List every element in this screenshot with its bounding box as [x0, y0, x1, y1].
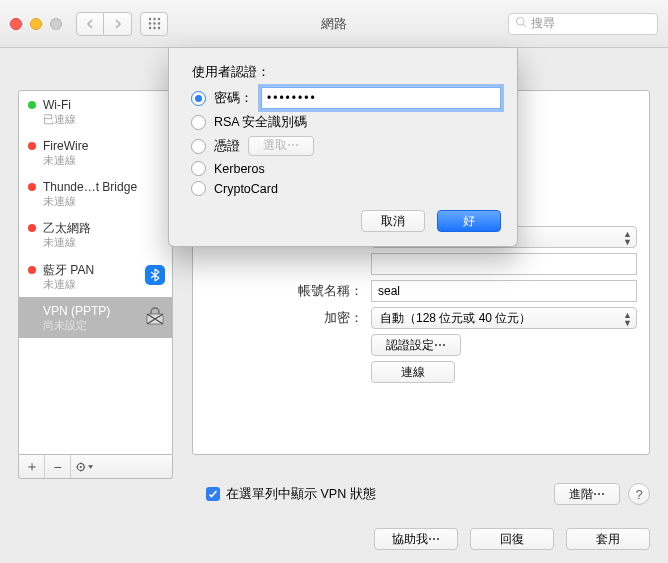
add-service-button[interactable]: ＋: [19, 455, 45, 478]
radio-rsa[interactable]: [191, 115, 206, 130]
auth-option-kerberos[interactable]: Kerberos: [187, 161, 501, 176]
auth-option-certificate[interactable]: 憑證 選取⋯: [187, 136, 501, 156]
revert-button[interactable]: 回復: [470, 528, 554, 550]
status-dot: [28, 224, 36, 232]
auth-option-rsa[interactable]: RSA 安全識別碼: [187, 114, 501, 131]
sheet-ok-button[interactable]: 好: [437, 210, 501, 232]
service-firewire[interactable]: FireWire未連線: [19, 132, 172, 173]
svg-point-2: [157, 18, 159, 20]
service-name: Wi-Fi: [43, 98, 164, 113]
svg-point-0: [148, 18, 150, 20]
account-label: 帳號名稱：: [193, 283, 363, 300]
advanced-button[interactable]: 進階⋯: [554, 483, 620, 505]
gear-popup-button[interactable]: [71, 455, 97, 478]
svg-point-4: [153, 22, 155, 24]
bluetooth-icon: [144, 264, 166, 286]
status-dot: [28, 266, 36, 274]
minimize-window-button[interactable]: [30, 18, 42, 30]
account-field[interactable]: seal: [371, 280, 637, 302]
nav-back-forward: [76, 12, 132, 36]
status-dot: [28, 183, 36, 191]
auth-option-cryptocard[interactable]: CryptoCard: [187, 181, 501, 196]
svg-point-9: [517, 18, 525, 26]
svg-point-13: [80, 465, 82, 467]
status-dot: [28, 101, 36, 109]
password-field[interactable]: ••••••••: [261, 87, 501, 109]
zoom-window-button[interactable]: [50, 18, 62, 30]
service-bluetooth-pan[interactable]: 藍牙 PAN未連線: [19, 256, 172, 297]
titlebar: 網路 搜尋: [0, 0, 668, 48]
show-all-button[interactable]: [140, 12, 168, 36]
service-name: 乙太網路: [43, 221, 164, 236]
service-thunderbolt[interactable]: Thunde…t Bridge未連線: [19, 173, 172, 214]
search-input[interactable]: 搜尋: [508, 13, 658, 35]
radio-certificate[interactable]: [191, 139, 206, 154]
auth-sheet: 使用者認證： 密碼： •••••••• RSA 安全識別碼 憑證 選取⋯ Ker…: [168, 48, 518, 247]
service-wifi[interactable]: Wi-Fi已連線: [19, 91, 172, 132]
service-status: 未連線: [43, 195, 164, 208]
encryption-label: 加密：: [193, 310, 363, 327]
radio-cryptocard[interactable]: [191, 181, 206, 196]
close-window-button[interactable]: [10, 18, 22, 30]
service-vpn-pptp[interactable]: VPN (PPTP)尚未設定: [19, 297, 172, 338]
sheet-cancel-button[interactable]: 取消: [361, 210, 425, 232]
service-status: 未連線: [43, 236, 164, 249]
sheet-header: 使用者認證：: [192, 64, 501, 81]
service-list: Wi-Fi已連線 FireWire未連線 Thunde…t Bridge未連線 …: [18, 90, 173, 455]
bottom-options: 在選單列中顯示 VPN 狀態 進階⋯ ?: [206, 483, 650, 505]
svg-line-10: [523, 24, 526, 27]
radio-password[interactable]: [191, 91, 206, 106]
connect-button[interactable]: 連線: [371, 361, 455, 383]
service-ethernet[interactable]: 乙太網路未連線: [19, 214, 172, 255]
service-status: 已連線: [43, 113, 164, 126]
svg-point-5: [157, 22, 159, 24]
svg-point-3: [148, 22, 150, 24]
auth-settings-button[interactable]: 認證設定⋯: [371, 334, 461, 356]
footer: 協助我⋯ 回復 套用: [0, 515, 668, 563]
apply-button[interactable]: 套用: [566, 528, 650, 550]
service-status: 未連線: [43, 154, 164, 167]
help-button[interactable]: ?: [628, 483, 650, 505]
svg-point-7: [153, 27, 155, 29]
search-icon: [515, 16, 527, 31]
assist-button[interactable]: 協助我⋯: [374, 528, 458, 550]
svg-point-6: [148, 27, 150, 29]
window-controls: [10, 18, 62, 30]
svg-point-8: [157, 27, 159, 29]
search-placeholder: 搜尋: [531, 15, 555, 32]
encryption-select[interactable]: 自動（128 位元或 40 位元）▲▼: [371, 307, 637, 329]
show-vpn-checkbox[interactable]: [206, 487, 220, 501]
service-list-footer: ＋ −: [18, 455, 173, 479]
forward-button[interactable]: [104, 12, 132, 36]
lock-icon: [144, 305, 166, 327]
svg-point-1: [153, 18, 155, 20]
status-dot: [28, 142, 36, 150]
service-name: FireWire: [43, 139, 164, 154]
radio-kerberos[interactable]: [191, 161, 206, 176]
auth-option-password[interactable]: 密碼： ••••••••: [187, 87, 501, 109]
service-name: Thunde…t Bridge: [43, 180, 164, 195]
certificate-select-button[interactable]: 選取⋯: [248, 136, 314, 156]
show-vpn-label: 在選單列中顯示 VPN 狀態: [226, 486, 376, 503]
back-button[interactable]: [76, 12, 104, 36]
remove-service-button[interactable]: −: [45, 455, 71, 478]
